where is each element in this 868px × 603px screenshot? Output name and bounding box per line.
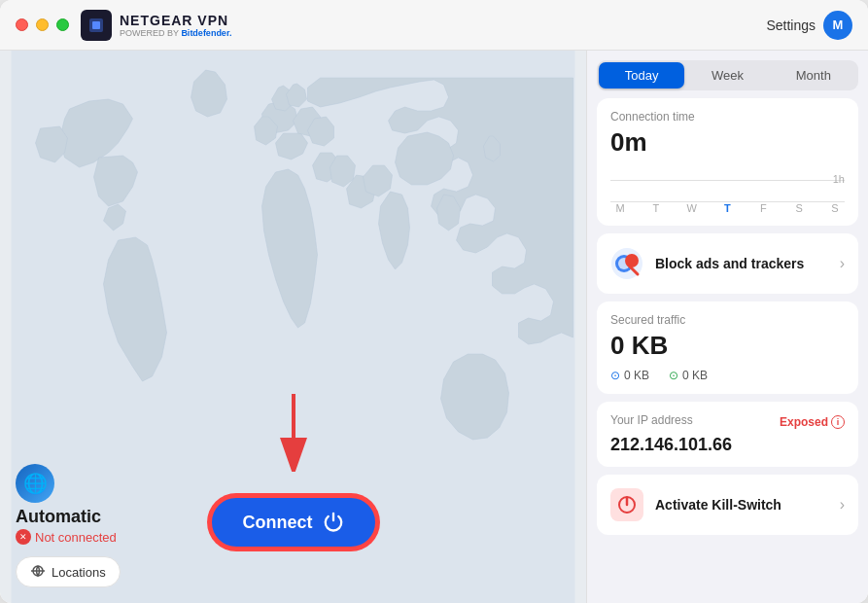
secured-traffic-card: Secured traffic 0 KB ⊙ 0 KB ⊙ 0 KB <box>597 302 858 394</box>
down-arrow-icon <box>274 394 313 472</box>
kill-switch-label: Activate Kill-Switch <box>655 497 840 513</box>
maximize-button[interactable] <box>56 18 69 31</box>
download-traffic: ⊙ 0 KB <box>610 369 649 382</box>
location-name: Automatic <box>16 507 117 527</box>
chart-day-w: W <box>682 202 702 214</box>
not-connected-icon: ✕ <box>16 529 31 545</box>
connection-time-card: Connection time 0m 1h M T W T F S S <box>597 98 858 226</box>
upload-icon: ⊙ <box>669 369 678 382</box>
block-ads-icon <box>610 247 643 280</box>
power-icon <box>323 512 344 533</box>
locations-button[interactable]: Locations <box>16 556 121 587</box>
close-button[interactable] <box>16 18 28 31</box>
upload-value: 0 KB <box>682 369 708 382</box>
location-globe-icon: 🌐 <box>16 464 54 503</box>
app-icon <box>81 10 112 41</box>
avatar[interactable]: M <box>823 11 852 40</box>
location-info: 🌐 Automatic ✕ Not connected <box>16 464 117 545</box>
download-icon: ⊙ <box>610 369 620 382</box>
tab-week[interactable]: Week <box>684 62 770 89</box>
connection-time-title: Connection time <box>610 110 845 124</box>
upload-traffic: ⊙ 0 KB <box>669 369 708 382</box>
arrow-indicator <box>274 394 313 472</box>
secured-traffic-title: Secured traffic <box>610 313 845 327</box>
not-connected-label: Not connected <box>35 530 117 545</box>
connect-label: Connect <box>243 513 313 533</box>
logo-area: NETGEAR VPN POWERED BY Bitdefender. <box>81 10 231 41</box>
kill-switch-icon <box>610 488 643 521</box>
block-ads-chevron: › <box>840 255 845 272</box>
minimize-button[interactable] <box>36 18 49 31</box>
app-window: NETGEAR VPN POWERED BY Bitdefender. Sett… <box>0 0 868 603</box>
kill-switch-card[interactable]: Activate Kill-Switch › <box>597 475 858 535</box>
traffic-lights <box>16 18 69 31</box>
exposed-badge: Exposed i <box>780 415 845 429</box>
main-content: Connect 🌐 Automatic ✕ Not connected <box>0 51 868 603</box>
ip-value: 212.146.101.66 <box>610 435 845 455</box>
time-tabs: Today Week Month <box>597 60 858 90</box>
tab-today[interactable]: Today <box>599 62 684 89</box>
chart-days: M T W T F S S <box>610 202 845 214</box>
settings-label[interactable]: Settings <box>766 18 816 33</box>
connect-button[interactable]: Connect <box>209 495 378 550</box>
chart-max-label: 1h <box>833 173 845 185</box>
chart-day-s1: S <box>789 202 809 214</box>
tab-month[interactable]: Month <box>771 62 856 89</box>
connect-button-container: Connect <box>209 495 378 550</box>
chart-day-m: M <box>610 202 630 214</box>
chart-day-t1: T <box>646 202 666 214</box>
chart-day-f: F <box>753 202 773 214</box>
settings-area[interactable]: Settings M <box>766 11 852 40</box>
ip-address-card: Your IP address Exposed i 212.146.101.66 <box>597 402 858 467</box>
connection-time-value: 0m <box>610 127 845 158</box>
connection-status: ✕ Not connected <box>16 529 117 545</box>
ip-title: Your IP address <box>610 413 693 427</box>
svg-rect-2 <box>92 21 100 29</box>
download-value: 0 KB <box>624 369 649 382</box>
map-area: Connect 🌐 Automatic ✕ Not connected <box>0 51 586 603</box>
titlebar: NETGEAR VPN POWERED BY Bitdefender. Sett… <box>0 0 868 51</box>
exposed-label: Exposed <box>780 415 828 429</box>
exposed-info-icon: i <box>831 415 845 429</box>
right-panel: Today Week Month Connection time 0m 1h M… <box>586 51 868 603</box>
chart-line-top <box>610 180 845 181</box>
ip-header: Your IP address Exposed i <box>610 413 845 431</box>
logo-text: NETGEAR VPN POWERED BY Bitdefender. <box>120 13 231 38</box>
chart-day-s2: S <box>825 202 845 214</box>
connection-chart: 1h M T W T F S S <box>610 165 845 214</box>
kill-switch-chevron: › <box>840 496 845 514</box>
chart-day-today: T <box>717 202 737 214</box>
locations-label: Locations <box>52 565 106 580</box>
block-ads-label: Block ads and trackers <box>655 256 840 271</box>
secured-traffic-value: 0 KB <box>610 331 845 361</box>
locations-icon <box>30 564 46 580</box>
block-ads-card[interactable]: Block ads and trackers › <box>597 233 858 294</box>
traffic-values: ⊙ 0 KB ⊙ 0 KB <box>610 369 845 382</box>
